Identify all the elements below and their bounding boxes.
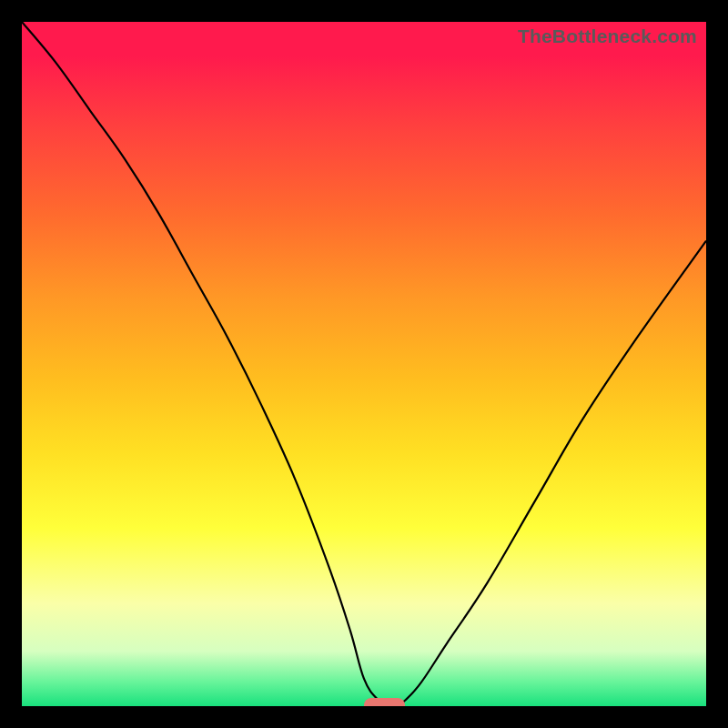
plot-area: TheBottleneck.com	[22, 22, 706, 706]
optimal-range-marker	[364, 698, 405, 706]
bottleneck-curve	[22, 22, 706, 706]
curve-path	[22, 22, 706, 706]
chart-frame: TheBottleneck.com	[0, 0, 728, 728]
